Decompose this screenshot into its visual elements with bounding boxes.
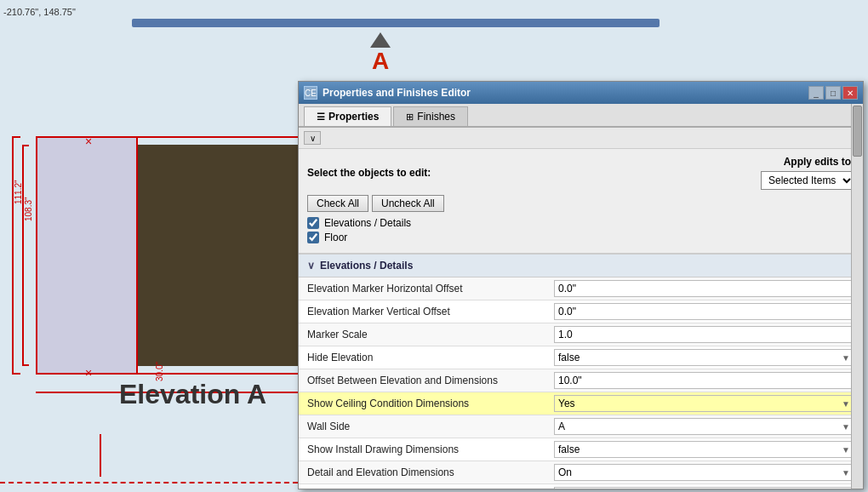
dim-line-vert2 xyxy=(22,145,24,366)
section-header-elevations: ∨ Elevations / Details xyxy=(299,254,863,277)
uncheck-all-button[interactable]: Uncheck All xyxy=(372,195,444,212)
prop-dropdown-7-value: false xyxy=(558,443,580,455)
dropdown-arrow-8: ▼ xyxy=(842,468,850,478)
prop-dropdown-3-value: false xyxy=(558,352,580,363)
section-title: Elevations / Details xyxy=(320,260,413,272)
prop-label-2: Marker Scale xyxy=(307,329,554,340)
checkbox-floor-input[interactable] xyxy=(307,232,319,243)
prop-dropdown-5[interactable]: Yes ▼ xyxy=(554,395,854,412)
titlebar-controls: _ □ ✕ xyxy=(808,86,858,100)
prop-label-3: Hide Elevation xyxy=(307,352,554,363)
prop-row-6: Wall Side A ▼ xyxy=(299,415,863,438)
checkbox-floor-label: Floor xyxy=(324,232,347,243)
prop-dropdown-8[interactable]: On ▼ xyxy=(554,464,854,481)
prop-dropdown-5-value: Yes xyxy=(558,398,575,409)
prop-input-4[interactable] xyxy=(554,372,854,389)
scroll-up-button[interactable]: ∨ xyxy=(304,131,321,145)
elevation-a-label: Elevation A xyxy=(119,379,266,410)
maximize-button[interactable]: □ xyxy=(825,86,841,100)
cross-mark-tl: × xyxy=(85,134,95,145)
dim-tick2-bot xyxy=(22,364,29,366)
prop-row-9: Dimension Line Offset xyxy=(299,484,863,489)
cross-mark-bl: × xyxy=(85,366,95,376)
dropdown-arrow-7: ▼ xyxy=(842,445,850,455)
collapse-icon[interactable]: ∨ xyxy=(307,260,315,272)
select-objects-section: Select the objects to edit: Apply edits … xyxy=(299,149,863,254)
select-buttons: Check All Uncheck All xyxy=(307,195,854,212)
prop-label-5: Show Ceiling Condition Dimensions xyxy=(307,398,554,409)
dialog-icon: CE xyxy=(304,86,317,100)
scrollbar-thumb[interactable] xyxy=(853,106,862,157)
prop-row-1: Elevation Marker Vertical Offset xyxy=(299,300,863,323)
elevation-marker: A xyxy=(370,32,391,75)
dropdown-arrow-5: ▼ xyxy=(842,399,850,409)
prop-row-5: Show Ceiling Condition Dimensions Yes ▼ xyxy=(299,392,863,415)
prop-row-4: Offset Between Elevation and Dimensions xyxy=(299,369,863,392)
prop-dropdown-6[interactable]: A ▼ xyxy=(554,418,854,435)
prop-dropdown-7[interactable]: false ▼ xyxy=(554,441,854,458)
prop-label-0: Elevation Marker Horizontal Offset xyxy=(307,283,554,295)
marker-letter: A xyxy=(370,48,391,75)
dropdown-arrow-6: ▼ xyxy=(842,422,850,432)
tab-properties[interactable]: ☰ Properties xyxy=(304,106,391,126)
apply-edits-label: Apply edits to: xyxy=(761,156,854,168)
dialog-titlebar: CE Properties and Finishes Editor _ □ ✕ xyxy=(299,82,863,104)
tab-properties-label: Properties xyxy=(328,111,379,123)
tab-finishes-label: Finishes xyxy=(417,111,455,123)
prop-row-2: Marker Scale xyxy=(299,323,863,346)
prop-input-0[interactable] xyxy=(554,280,854,297)
dashed-line-bottom xyxy=(0,482,298,483)
dialog-window: CE Properties and Finishes Editor _ □ ✕ … xyxy=(298,81,864,489)
apply-edits-dropdown[interactable]: Selected Items All Items xyxy=(761,171,854,190)
dim-arrow-down xyxy=(100,434,101,477)
checkbox-elevations-input[interactable] xyxy=(307,217,319,229)
scroll-up-area: ∨ xyxy=(299,128,863,149)
dim-tick-top xyxy=(12,136,20,138)
prop-input-2[interactable] xyxy=(554,326,854,343)
blue-line xyxy=(132,19,660,27)
apply-dropdown-row: Selected Items All Items xyxy=(761,171,854,190)
minimize-button[interactable]: _ xyxy=(808,86,824,100)
dim-tick2-top xyxy=(22,145,29,146)
tab-bar: ☰ Properties ⊞ Finishes xyxy=(299,104,863,128)
properties-tab-icon: ☰ xyxy=(317,112,325,123)
dialog-content: ∨ Select the objects to edit: Apply edit… xyxy=(299,128,863,489)
prop-row-8: Detail and Elevation Dimensions On ▼ xyxy=(299,461,863,484)
checkbox-elevations: Elevations / Details xyxy=(307,217,854,229)
prop-label-1: Elevation Marker Vertical Offset xyxy=(307,306,554,318)
checkbox-floor: Floor xyxy=(307,232,854,243)
dim-line-vert xyxy=(12,136,14,375)
prop-label-4: Offset Between Elevation and Dimensions xyxy=(307,375,554,386)
prop-label-8: Detail and Elevation Dimensions xyxy=(307,466,554,478)
prop-row-0: Elevation Marker Horizontal Offset xyxy=(299,277,863,300)
titlebar-left: CE Properties and Finishes Editor xyxy=(304,86,471,100)
finishes-tab-icon: ⊞ xyxy=(406,112,414,123)
elevations-section: ∨ Elevations / Details Elevation Marker … xyxy=(299,254,863,489)
prop-input-9[interactable] xyxy=(554,487,854,489)
select-title: Select the objects to edit: xyxy=(307,167,431,179)
prop-row-7: Show Install Drawing Dimensions false ▼ xyxy=(299,438,863,461)
prop-dropdown-3[interactable]: false ▼ xyxy=(554,349,854,366)
select-header: Select the objects to edit: Apply edits … xyxy=(307,156,854,190)
prop-label-7: Show Install Drawing Dimensions xyxy=(307,443,554,455)
dialog-title: Properties and Finishes Editor xyxy=(323,87,471,99)
apply-edits-container: Apply edits to: Selected Items All Items xyxy=(761,156,854,190)
fp-outer-border xyxy=(36,136,308,375)
coord-label: -210.76", 148.75" xyxy=(3,7,76,17)
check-all-button[interactable]: Check All xyxy=(307,195,368,212)
arrow-up-icon xyxy=(370,32,391,48)
prop-label-6: Wall Side xyxy=(307,420,554,432)
prop-row-3: Hide Elevation false ▼ xyxy=(299,346,863,369)
dialog-scrollbar[interactable] xyxy=(851,104,863,489)
prop-dropdown-8-value: On xyxy=(558,466,572,478)
prop-dropdown-6-value: A xyxy=(558,420,565,432)
dim-text-108: 108.3" xyxy=(24,197,33,221)
close-button[interactable]: ✕ xyxy=(842,86,858,100)
checkbox-elevations-label: Elevations / Details xyxy=(324,217,411,229)
prop-input-1[interactable] xyxy=(554,303,854,320)
dropdown-arrow-3: ▼ xyxy=(842,353,850,363)
tab-finishes[interactable]: ⊞ Finishes xyxy=(393,106,468,126)
dim-tick-bot xyxy=(12,373,20,375)
